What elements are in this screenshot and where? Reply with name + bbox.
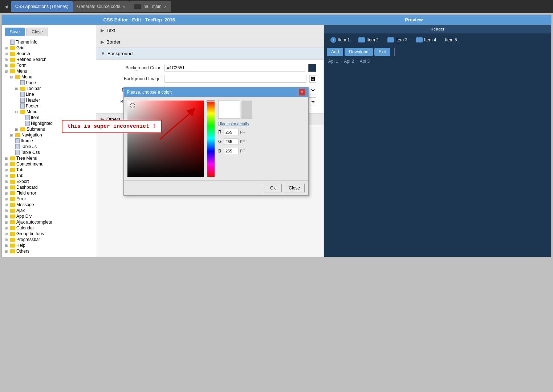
nav-item-3[interactable]: Item 3 bbox=[384, 36, 411, 44]
color-picker-handle[interactable] bbox=[130, 103, 135, 108]
tree-item-form[interactable]: ⊞ Form bbox=[5, 62, 93, 68]
tree-item-toolbar[interactable]: ⊞ Toolbar bbox=[5, 86, 93, 91]
tree-item-footer[interactable]: Footer bbox=[5, 103, 93, 109]
tab-gen-source[interactable]: Generate source code ✕ bbox=[73, 1, 130, 12]
color-new-preview bbox=[218, 101, 240, 119]
text-section-header[interactable]: ▶ Text bbox=[96, 25, 324, 36]
folder-icon bbox=[20, 110, 25, 114]
nav-item-4[interactable]: Item 4 bbox=[412, 36, 440, 44]
tree-item-menu-child[interactable]: ⊟ Menu bbox=[5, 74, 93, 80]
tree-item-export[interactable]: ⊞ Export bbox=[5, 179, 93, 184]
breadcrumb-sep-1: › bbox=[340, 59, 342, 64]
expand-icon: ⊞ bbox=[5, 249, 9, 253]
tree-item-header[interactable]: Header bbox=[5, 97, 93, 103]
tree-item-menu-root[interactable]: ⊟ Menu bbox=[5, 68, 93, 74]
tree-item-group-buttons[interactable]: ⊞ Group buttons bbox=[5, 231, 93, 237]
tree-item-refined-search[interactable]: ⊞ Refined Search bbox=[5, 57, 93, 62]
tree-item-tablecss[interactable]: Table Css bbox=[5, 150, 93, 155]
bg-color-input[interactable] bbox=[164, 64, 305, 72]
tree-item-calendar[interactable]: ⊞ Calendar bbox=[5, 225, 93, 231]
nav-label-1: Item 1 bbox=[338, 37, 350, 42]
breadcrumb-3[interactable]: Apl 3 bbox=[360, 59, 370, 64]
tree-item-ajax[interactable]: ⊞ Ajax bbox=[5, 208, 93, 213]
tree-item-progressbar[interactable]: ⊞ Progressbar bbox=[5, 237, 93, 242]
background-section-header[interactable]: ▼ Background bbox=[96, 48, 324, 60]
bg-image-browse-button[interactable]: 🖼 bbox=[309, 75, 316, 83]
preview-header-label: Header bbox=[324, 25, 551, 33]
dialog-cancel-button[interactable]: Close bbox=[284, 184, 305, 192]
r-value-input[interactable] bbox=[224, 129, 239, 135]
tree-item-tab2[interactable]: ⊞ Tab bbox=[5, 173, 93, 179]
tree-item-ajax-autocomplete[interactable]: ⊞ Ajax autocomplete bbox=[5, 219, 93, 225]
folder-icon bbox=[10, 191, 15, 195]
preview-exit-button[interactable]: Exit bbox=[374, 48, 390, 56]
tab-gen-source-close[interactable]: ✕ bbox=[122, 5, 125, 9]
tree-item-field-error[interactable]: ⊞ Field error bbox=[5, 190, 93, 196]
tree-item-error[interactable]: ⊞ Error bbox=[5, 196, 93, 202]
tab-bar-arrow[interactable]: ◄ bbox=[1, 4, 11, 9]
nav-item-5[interactable]: Item 5 bbox=[441, 36, 460, 44]
save-button[interactable]: Save bbox=[5, 28, 25, 36]
tree-item-dashboard[interactable]: ⊞ Dashboard bbox=[5, 184, 93, 190]
breadcrumb-1[interactable]: Apl 1 bbox=[328, 59, 338, 64]
preview-download-button[interactable]: Download bbox=[345, 48, 373, 56]
tab-mu-main[interactable]: mu_main ✕ bbox=[130, 1, 171, 12]
nav-item-2[interactable]: Item 2 bbox=[355, 36, 382, 44]
folder-icon bbox=[10, 209, 15, 213]
folder-icon bbox=[20, 87, 25, 91]
breadcrumb-2[interactable]: Apl 2 bbox=[344, 59, 354, 64]
expand-icon: ⊞ bbox=[5, 185, 9, 189]
tree-item-message[interactable]: ⊞ Message bbox=[5, 202, 93, 208]
expand-icon: ⊟ bbox=[15, 110, 19, 114]
sidebar: Save Close Theme info ⊞ Grid bbox=[2, 25, 96, 257]
preview-nav: i Item 1 Item 2 Item 3 Item 4 bbox=[324, 33, 551, 46]
folder-icon bbox=[15, 75, 20, 79]
preview-add-button[interactable]: Add bbox=[327, 48, 343, 56]
tree-item-iframe[interactable]: Iframe bbox=[5, 138, 93, 144]
file-icon bbox=[20, 80, 25, 85]
tab-mu-main-close[interactable]: ✕ bbox=[164, 5, 167, 9]
tab-mu-main-label: mu_main bbox=[143, 4, 161, 9]
tree-item-page[interactable]: Page bbox=[5, 80, 93, 86]
color-gradient-area[interactable] bbox=[127, 101, 204, 177]
tree-item-tree-menu[interactable]: ⊞ Tree Menu bbox=[5, 155, 93, 161]
tree-item-search[interactable]: ⊞ Search bbox=[5, 51, 93, 57]
tab-css-themes-label: CSS Applications (Themes) bbox=[15, 4, 69, 9]
dialog-body: Hide color details R FF G FF B FF bbox=[124, 97, 308, 180]
tree-item-tablejs[interactable]: Table Js bbox=[5, 144, 93, 150]
close-button[interactable]: Close bbox=[26, 28, 48, 36]
sidebar-buttons: Save Close bbox=[5, 28, 93, 36]
preview-buttons: Add Download Exit bbox=[324, 46, 551, 57]
tree-item-menu-sub[interactable]: ⊟ Menu bbox=[5, 109, 93, 115]
dialog-close-x-button[interactable]: × bbox=[299, 89, 305, 95]
tab-css-themes[interactable]: CSS Applications (Themes) bbox=[11, 1, 73, 12]
tree-item-tab1[interactable]: ⊞ Tab bbox=[5, 167, 93, 173]
folder-icon bbox=[10, 197, 15, 201]
tree-item-line[interactable]: Line bbox=[5, 91, 93, 97]
dialog-ok-button[interactable]: Ok bbox=[264, 184, 282, 192]
hue-strip[interactable] bbox=[207, 101, 215, 177]
border-section-header[interactable]: ▶ Border bbox=[96, 36, 324, 48]
nav-item-1[interactable]: i Item 1 bbox=[327, 36, 353, 44]
tab-bar: ◄ CSS Applications (Themes) Generate sou… bbox=[0, 0, 553, 13]
bg-image-input[interactable] bbox=[164, 75, 306, 83]
hue-handle[interactable] bbox=[207, 101, 215, 102]
folder-icon bbox=[10, 52, 15, 56]
g-value-input[interactable] bbox=[224, 138, 239, 145]
b-value-input[interactable] bbox=[224, 148, 239, 154]
bg-image-row: Background Image: 🖼 bbox=[103, 75, 316, 83]
hide-color-details-button[interactable]: Hide color details bbox=[218, 122, 305, 126]
tree-item-help[interactable]: ⊞ Help bbox=[5, 242, 93, 248]
tree-item-context-menu[interactable]: ⊞ Context menu bbox=[5, 161, 93, 167]
expand-icon: ⊞ bbox=[5, 203, 9, 207]
tree-item-app-div[interactable]: ⊞ App Div bbox=[5, 213, 93, 219]
bg-color-swatch[interactable] bbox=[308, 64, 316, 72]
tree-item-others[interactable]: ⊞ Others bbox=[5, 248, 93, 254]
file-icon bbox=[25, 121, 30, 126]
file-icon bbox=[25, 115, 30, 120]
folder-icon bbox=[10, 174, 15, 178]
b-hex: FF bbox=[240, 149, 245, 153]
expand-icon: ⊞ bbox=[5, 174, 9, 178]
tree-item-grid[interactable]: ⊞ Grid bbox=[5, 45, 93, 51]
tree-item-theme-info[interactable]: Theme info bbox=[5, 39, 93, 45]
